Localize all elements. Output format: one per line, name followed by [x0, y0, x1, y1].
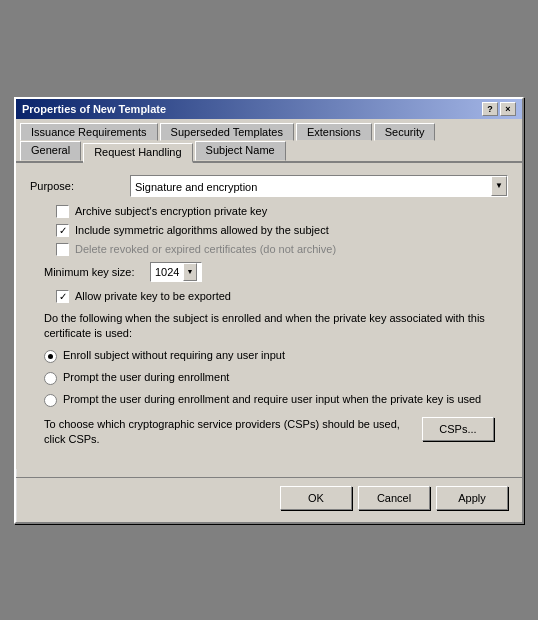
radio-row-3: Prompt the user during enrollment and re… — [30, 393, 508, 407]
purpose-dropdown-icon[interactable]: ▼ — [491, 176, 507, 196]
tab-security[interactable]: Security — [374, 123, 436, 141]
csps-row: To choose which cryptographic service pr… — [44, 417, 494, 447]
min-key-row: Minimum key size: 1024 ▼ — [30, 262, 508, 282]
checkbox-row-2: Include symmetric algorithms allowed by … — [30, 224, 508, 237]
purpose-value: Signature and encryption — [131, 176, 491, 196]
radio-prompt-enrollment[interactable] — [44, 372, 57, 385]
archive-key-checkbox[interactable] — [56, 205, 69, 218]
purpose-select[interactable]: Signature and encryption ▼ — [130, 175, 508, 197]
tab-request-handling[interactable]: Request Handling — [83, 143, 192, 163]
radio-prompt-enrollment-key[interactable] — [44, 394, 57, 407]
tab-row-2: General Request Handling Subject Name — [16, 141, 522, 163]
csps-description: To choose which cryptographic service pr… — [44, 417, 406, 447]
csps-button[interactable]: CSPs... — [422, 417, 494, 441]
tab-general[interactable]: General — [20, 141, 81, 161]
enrollment-description: Do the following when the subject is enr… — [44, 311, 494, 341]
tab-issuance-requirements[interactable]: Issuance Requirements — [20, 123, 158, 141]
include-symmetric-label: Include symmetric algorithms allowed by … — [75, 224, 329, 236]
dialog-title: Properties of New Template — [22, 103, 166, 115]
checkbox-row-1: Archive subject's encryption private key — [30, 205, 508, 218]
tab-extensions[interactable]: Extensions — [296, 123, 372, 141]
min-key-dropdown-icon[interactable]: ▼ — [183, 263, 197, 281]
archive-key-label: Archive subject's encryption private key — [75, 205, 267, 217]
allow-export-label: Allow private key to be exported — [75, 290, 231, 302]
min-key-select[interactable]: 1024 ▼ — [150, 262, 202, 282]
help-button[interactable]: ? — [482, 102, 498, 116]
delete-revoked-label: Delete revoked or expired certificates (… — [75, 243, 336, 255]
min-key-value: 1024 — [155, 266, 179, 278]
radio-enroll-no-input-label: Enroll subject without requiring any use… — [63, 349, 285, 361]
min-key-label: Minimum key size: — [44, 266, 144, 278]
allow-export-checkbox[interactable] — [56, 290, 69, 303]
radio-prompt-enrollment-label: Prompt the user during enrollment — [63, 371, 229, 383]
tab-superseded-templates[interactable]: Superseded Templates — [160, 123, 294, 141]
include-symmetric-checkbox[interactable] — [56, 224, 69, 237]
purpose-label: Purpose: — [30, 180, 130, 192]
dialog-window: Properties of New Template ? × Issuance … — [14, 97, 524, 524]
allow-export-row: Allow private key to be exported — [30, 290, 508, 303]
tab-content: Purpose: Signature and encryption ▼ Arch… — [16, 163, 522, 469]
title-bar: Properties of New Template ? × — [16, 99, 522, 119]
cancel-button[interactable]: Cancel — [358, 486, 430, 510]
close-button[interactable]: × — [500, 102, 516, 116]
apply-button[interactable]: Apply — [436, 486, 508, 510]
radio-row-2: Prompt the user during enrollment — [30, 371, 508, 385]
radio-prompt-enrollment-key-label: Prompt the user during enrollment and re… — [63, 393, 481, 405]
delete-revoked-checkbox — [56, 243, 69, 256]
radio-enroll-no-input[interactable] — [44, 350, 57, 363]
bottom-bar: OK Cancel Apply — [16, 477, 522, 522]
title-bar-buttons: ? × — [482, 102, 516, 116]
radio-row-1: Enroll subject without requiring any use… — [30, 349, 508, 363]
tab-row-1: Issuance Requirements Superseded Templat… — [16, 119, 522, 143]
tab-subject-name[interactable]: Subject Name — [195, 141, 286, 161]
checkbox-row-3: Delete revoked or expired certificates (… — [30, 243, 508, 256]
purpose-row: Purpose: Signature and encryption ▼ — [30, 175, 508, 197]
ok-button[interactable]: OK — [280, 486, 352, 510]
